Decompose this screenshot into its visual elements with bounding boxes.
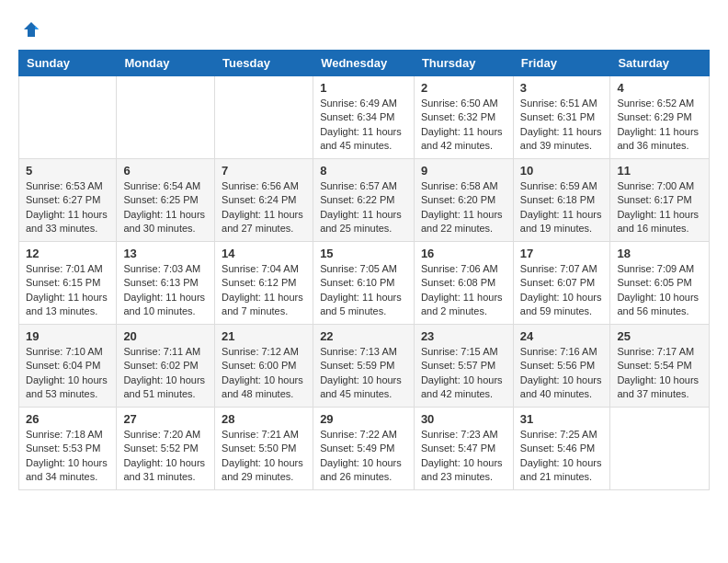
day-number: 13 bbox=[123, 247, 208, 260]
day-info: Sunrise: 6:49 AM Sunset: 6:34 PM Dayligh… bbox=[320, 97, 407, 154]
header-friday: Friday bbox=[513, 51, 610, 76]
day-number: 10 bbox=[520, 164, 604, 178]
week-row-1: 1Sunrise: 6:49 AM Sunset: 6:34 PM Daylig… bbox=[19, 76, 710, 159]
calendar-cell: 11Sunrise: 7:00 AM Sunset: 6:17 PM Dayli… bbox=[610, 159, 710, 242]
day-info: Sunrise: 6:59 AM Sunset: 6:18 PM Dayligh… bbox=[520, 179, 604, 236]
calendar-cell: 17Sunrise: 7:07 AM Sunset: 6:07 PM Dayli… bbox=[513, 242, 610, 325]
day-info: Sunrise: 7:22 AM Sunset: 5:49 PM Dayligh… bbox=[320, 428, 407, 485]
calendar-table: SundayMondayTuesdayWednesdayThursdayFrid… bbox=[18, 50, 710, 490]
day-number: 31 bbox=[520, 412, 604, 426]
header-thursday: Thursday bbox=[414, 51, 513, 76]
calendar-cell: 5Sunrise: 6:53 AM Sunset: 6:27 PM Daylig… bbox=[19, 159, 117, 242]
calendar-cell: 10Sunrise: 6:59 AM Sunset: 6:18 PM Dayli… bbox=[513, 159, 610, 242]
calendar-cell: 9Sunrise: 6:58 AM Sunset: 6:20 PM Daylig… bbox=[414, 159, 513, 242]
day-number: 28 bbox=[222, 412, 306, 426]
day-info: Sunrise: 6:52 AM Sunset: 6:29 PM Dayligh… bbox=[617, 97, 702, 154]
day-number: 9 bbox=[421, 164, 506, 178]
day-info: Sunrise: 7:00 AM Sunset: 6:17 PM Dayligh… bbox=[617, 179, 702, 236]
header-wednesday: Wednesday bbox=[313, 51, 415, 76]
day-number: 21 bbox=[222, 329, 306, 343]
day-number: 7 bbox=[222, 164, 306, 178]
day-info: Sunrise: 7:13 AM Sunset: 5:59 PM Dayligh… bbox=[320, 345, 407, 402]
calendar-cell: 2Sunrise: 6:50 AM Sunset: 6:32 PM Daylig… bbox=[414, 76, 513, 159]
day-info: Sunrise: 7:04 AM Sunset: 6:12 PM Dayligh… bbox=[222, 262, 306, 319]
week-row-2: 5Sunrise: 6:53 AM Sunset: 6:27 PM Daylig… bbox=[19, 159, 710, 242]
calendar-cell: 1Sunrise: 6:49 AM Sunset: 6:34 PM Daylig… bbox=[313, 76, 415, 159]
calendar-cell: 31Sunrise: 7:25 AM Sunset: 5:46 PM Dayli… bbox=[513, 408, 610, 490]
day-info: Sunrise: 7:07 AM Sunset: 6:07 PM Dayligh… bbox=[520, 262, 604, 319]
calendar-cell: 3Sunrise: 6:51 AM Sunset: 6:31 PM Daylig… bbox=[513, 76, 610, 159]
day-number: 24 bbox=[520, 329, 604, 343]
calendar-cell: 16Sunrise: 7:06 AM Sunset: 6:08 PM Dayli… bbox=[414, 242, 513, 325]
day-info: Sunrise: 7:01 AM Sunset: 6:15 PM Dayligh… bbox=[26, 262, 109, 319]
day-number: 5 bbox=[26, 164, 109, 178]
calendar-cell: 20Sunrise: 7:11 AM Sunset: 6:02 PM Dayli… bbox=[117, 325, 215, 408]
day-number: 11 bbox=[617, 164, 702, 178]
week-row-4: 19Sunrise: 7:10 AM Sunset: 6:04 PM Dayli… bbox=[19, 325, 710, 408]
calendar-cell: 6Sunrise: 6:54 AM Sunset: 6:25 PM Daylig… bbox=[117, 159, 215, 242]
day-number: 26 bbox=[26, 412, 109, 426]
day-info: Sunrise: 7:05 AM Sunset: 6:10 PM Dayligh… bbox=[320, 262, 407, 319]
calendar-cell bbox=[610, 408, 710, 490]
day-info: Sunrise: 7:16 AM Sunset: 5:56 PM Dayligh… bbox=[520, 345, 604, 402]
day-info: Sunrise: 6:51 AM Sunset: 6:31 PM Dayligh… bbox=[520, 97, 604, 154]
day-info: Sunrise: 6:56 AM Sunset: 6:24 PM Dayligh… bbox=[222, 179, 306, 236]
day-number: 18 bbox=[617, 247, 702, 260]
day-number: 14 bbox=[222, 247, 306, 260]
day-number: 2 bbox=[421, 81, 506, 95]
day-info: Sunrise: 7:25 AM Sunset: 5:46 PM Dayligh… bbox=[520, 428, 604, 485]
header-sunday: Sunday bbox=[19, 51, 117, 76]
day-info: Sunrise: 7:06 AM Sunset: 6:08 PM Dayligh… bbox=[421, 262, 506, 319]
day-number: 22 bbox=[320, 329, 407, 343]
day-info: Sunrise: 7:12 AM Sunset: 6:00 PM Dayligh… bbox=[222, 345, 306, 402]
calendar-cell bbox=[117, 76, 215, 159]
calendar-cell: 12Sunrise: 7:01 AM Sunset: 6:15 PM Dayli… bbox=[19, 242, 117, 325]
day-number: 4 bbox=[617, 81, 702, 95]
header-monday: Monday bbox=[117, 51, 215, 76]
calendar-cell: 8Sunrise: 6:57 AM Sunset: 6:22 PM Daylig… bbox=[313, 159, 415, 242]
week-row-5: 26Sunrise: 7:18 AM Sunset: 5:53 PM Dayli… bbox=[19, 408, 710, 490]
day-number: 3 bbox=[520, 81, 604, 95]
day-info: Sunrise: 7:11 AM Sunset: 6:02 PM Dayligh… bbox=[123, 345, 208, 402]
calendar-cell: 27Sunrise: 7:20 AM Sunset: 5:52 PM Dayli… bbox=[117, 408, 215, 490]
day-number: 30 bbox=[421, 412, 506, 426]
day-number: 27 bbox=[123, 412, 208, 426]
day-info: Sunrise: 6:58 AM Sunset: 6:20 PM Dayligh… bbox=[421, 179, 506, 236]
logo-icon bbox=[20, 18, 42, 40]
calendar-cell: 29Sunrise: 7:22 AM Sunset: 5:49 PM Dayli… bbox=[313, 408, 415, 490]
calendar-cell: 19Sunrise: 7:10 AM Sunset: 6:04 PM Dayli… bbox=[19, 325, 117, 408]
calendar-cell: 25Sunrise: 7:17 AM Sunset: 5:54 PM Dayli… bbox=[610, 325, 710, 408]
calendar-cell: 26Sunrise: 7:18 AM Sunset: 5:53 PM Dayli… bbox=[19, 408, 117, 490]
day-number: 16 bbox=[421, 247, 506, 260]
header bbox=[18, 18, 710, 40]
day-info: Sunrise: 7:10 AM Sunset: 6:04 PM Dayligh… bbox=[26, 345, 109, 402]
calendar-cell: 4Sunrise: 6:52 AM Sunset: 6:29 PM Daylig… bbox=[610, 76, 710, 159]
day-info: Sunrise: 6:50 AM Sunset: 6:32 PM Dayligh… bbox=[421, 97, 506, 154]
calendar-cell: 13Sunrise: 7:03 AM Sunset: 6:13 PM Dayli… bbox=[117, 242, 215, 325]
calendar-cell: 22Sunrise: 7:13 AM Sunset: 5:59 PM Dayli… bbox=[313, 325, 415, 408]
calendar-cell: 18Sunrise: 7:09 AM Sunset: 6:05 PM Dayli… bbox=[610, 242, 710, 325]
calendar-cell: 15Sunrise: 7:05 AM Sunset: 6:10 PM Dayli… bbox=[313, 242, 415, 325]
day-number: 17 bbox=[520, 247, 604, 260]
calendar-cell: 7Sunrise: 6:56 AM Sunset: 6:24 PM Daylig… bbox=[215, 159, 313, 242]
day-info: Sunrise: 7:09 AM Sunset: 6:05 PM Dayligh… bbox=[617, 262, 702, 319]
day-info: Sunrise: 7:17 AM Sunset: 5:54 PM Dayligh… bbox=[617, 345, 702, 402]
calendar-cell bbox=[19, 76, 117, 159]
day-number: 6 bbox=[123, 164, 208, 178]
calendar-header-row: SundayMondayTuesdayWednesdayThursdayFrid… bbox=[19, 51, 710, 76]
day-number: 15 bbox=[320, 247, 407, 260]
day-info: Sunrise: 7:18 AM Sunset: 5:53 PM Dayligh… bbox=[26, 428, 109, 485]
day-info: Sunrise: 7:21 AM Sunset: 5:50 PM Dayligh… bbox=[222, 428, 306, 485]
logo bbox=[18, 18, 42, 40]
day-number: 8 bbox=[320, 164, 407, 178]
calendar-cell: 14Sunrise: 7:04 AM Sunset: 6:12 PM Dayli… bbox=[215, 242, 313, 325]
calendar-cell: 30Sunrise: 7:23 AM Sunset: 5:47 PM Dayli… bbox=[414, 408, 513, 490]
day-number: 1 bbox=[320, 81, 407, 95]
day-number: 12 bbox=[26, 247, 109, 260]
day-info: Sunrise: 7:23 AM Sunset: 5:47 PM Dayligh… bbox=[421, 428, 506, 485]
calendar-cell: 23Sunrise: 7:15 AM Sunset: 5:57 PM Dayli… bbox=[414, 325, 513, 408]
header-tuesday: Tuesday bbox=[215, 51, 313, 76]
day-number: 19 bbox=[26, 329, 109, 343]
calendar-cell: 21Sunrise: 7:12 AM Sunset: 6:00 PM Dayli… bbox=[215, 325, 313, 408]
day-number: 23 bbox=[421, 329, 506, 343]
